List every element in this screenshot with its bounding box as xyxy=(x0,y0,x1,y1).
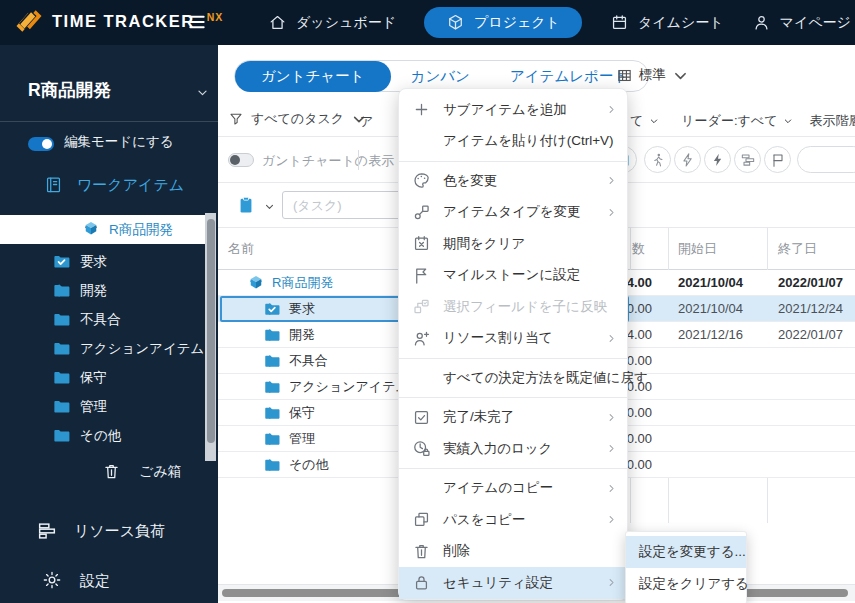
toolbar-flag-button[interactable] xyxy=(764,146,791,173)
menu-item-4[interactable]: アイテムタイプを変更 xyxy=(399,197,627,229)
nav-dashboard-icon xyxy=(268,13,287,32)
toolbar-bolt-f-button[interactable] xyxy=(704,146,731,173)
work-items-icon xyxy=(44,175,63,194)
sidebar-item-trash[interactable]: ごみ箱 xyxy=(0,457,218,487)
row-name: 保守 xyxy=(289,400,315,426)
leader-filter-label[interactable]: リーダー:すべて xyxy=(681,112,777,130)
col-name-header[interactable]: 名前 xyxy=(228,228,254,270)
chevron-right-icon xyxy=(606,443,617,454)
sidebar-tree-item-0[interactable]: 要求 xyxy=(0,247,205,276)
menu-item-7: 選択フィールドを子に反映 xyxy=(399,291,627,323)
menu-item-12[interactable]: 完了/未完了 xyxy=(399,402,627,434)
menu-item-6[interactable]: マイルストーンに設定 xyxy=(399,260,627,292)
brand-name: TIME TRACKER xyxy=(52,12,195,31)
folder-icon xyxy=(52,397,71,416)
menu-item-label: 実績入力のロック xyxy=(443,440,606,458)
folder-icon xyxy=(263,378,281,396)
tree-root-label: R商品開発 xyxy=(109,215,173,244)
hamburger-menu-icon[interactable] xyxy=(186,13,208,31)
edit-mode-toggle[interactable] xyxy=(28,137,54,151)
menu-item-15[interactable]: アイテムのコピー xyxy=(399,473,627,505)
cube-f-icon xyxy=(247,274,265,292)
folder-icon xyxy=(263,352,281,370)
tab-0[interactable]: ガントチャート xyxy=(235,61,391,92)
menu-item-17[interactable]: 削除 xyxy=(399,536,627,568)
tree-item-label: その他 xyxy=(80,421,121,450)
menu-item-5[interactable]: 期間をクリア xyxy=(399,228,627,260)
view-selector[interactable]: 標準 xyxy=(616,66,689,84)
nav-mypage-label: マイページ xyxy=(780,14,851,32)
row-end-date: 2021/12/24 xyxy=(778,296,843,322)
toolbar-layers-button[interactable] xyxy=(734,146,761,173)
menu-item-8[interactable]: リソース割り当て xyxy=(399,323,627,355)
menu-item-18[interactable]: セキュリティ設定 xyxy=(399,567,627,599)
chevron-right-icon xyxy=(606,483,617,494)
sidebar-tree-item-6[interactable]: その他 xyxy=(0,421,205,450)
resource-load-icon xyxy=(36,520,58,542)
item-filter-clipped[interactable]: ア xyxy=(360,113,373,131)
project-cube-icon xyxy=(82,220,100,238)
menu-item-0[interactable]: サブアイテムを追加 xyxy=(399,94,627,126)
chevron-right-icon xyxy=(606,412,617,423)
sidebar-scrollbar-thumb[interactable] xyxy=(207,219,215,443)
toolbar-walk-button[interactable] xyxy=(644,146,671,173)
sidebar-item-resource-load[interactable]: リソース負荷 xyxy=(0,515,218,547)
nav-dashboard[interactable]: ダッシュボード xyxy=(268,13,396,32)
chevron-down-icon[interactable] xyxy=(264,201,275,212)
folder-icon xyxy=(263,404,281,422)
toolbar-bolt-button[interactable] xyxy=(674,146,701,173)
trash-icon xyxy=(102,462,121,481)
lock-icon xyxy=(412,573,431,592)
folder-icon xyxy=(263,430,281,448)
sidebar: R商品開発 編集モードにする ワークアイテム R商品開発 要求開発不具合アクショ… xyxy=(0,45,218,603)
task-filter-label: すべてのタスク xyxy=(251,110,344,128)
hierarchy-filter-label[interactable]: 表示階層: xyxy=(809,112,855,130)
toolbar-partial-control[interactable] xyxy=(797,146,855,173)
menu-item-16[interactable]: パスをコピー xyxy=(399,504,627,536)
nav-mypage[interactable]: マイページ xyxy=(752,13,851,32)
task-clipboard-icon[interactable] xyxy=(236,194,256,216)
sidebar-item-work-items[interactable]: ワークアイテム xyxy=(0,171,218,201)
menu-item-label: 選択フィールドを子に反映 xyxy=(443,298,617,316)
tree-item-label: 保守 xyxy=(80,363,107,392)
item-type-icon xyxy=(412,203,431,222)
task-filter-dropdown[interactable]: すべてのタスク xyxy=(228,110,367,128)
row-name: アクションアイテム xyxy=(289,374,409,400)
sidebar-item-settings[interactable]: 設定 xyxy=(0,565,218,597)
nav-project[interactable]: プロジェクト xyxy=(424,7,582,38)
chevron-down-icon[interactable] xyxy=(196,86,209,99)
sidebar-tree-item-2[interactable]: 不具合 xyxy=(0,305,205,334)
tab-1[interactable]: カンバン xyxy=(391,61,490,92)
nav-timesheet[interactable]: タイムシート xyxy=(610,13,724,32)
tree-item-label: 要求 xyxy=(80,247,107,276)
nav-timesheet-label: タイムシート xyxy=(638,14,724,32)
work-items-label: ワークアイテム xyxy=(77,176,184,195)
menu-item-1[interactable]: アイテムを貼り付け(Ctrl+V) xyxy=(399,126,627,158)
menu-item-10[interactable]: すべての決定方法を既定値に戻す xyxy=(399,362,627,394)
menu-item-3[interactable]: 色を変更 xyxy=(399,165,627,197)
gantt-display-toggle[interactable] xyxy=(228,153,254,167)
col-end-header[interactable]: 終了日 xyxy=(778,228,817,270)
row-name: その他 xyxy=(289,452,329,478)
sidebar-tree-item-3[interactable]: アクションアイテム xyxy=(0,334,205,363)
menu-item-13[interactable]: 実績入力のロック xyxy=(399,433,627,465)
sidebar-tree-root[interactable]: R商品開発 xyxy=(0,215,205,244)
chevron-right-icon xyxy=(606,104,617,115)
col-effort-header[interactable]: 数 xyxy=(632,228,645,270)
status-filter-clipped[interactable]: て xyxy=(630,112,643,130)
brand-mark-icon xyxy=(14,8,44,34)
sidebar-tree-item-4[interactable]: 保守 xyxy=(0,363,205,392)
row-start-date: 2021/10/04 xyxy=(678,270,743,296)
sidebar-tree-item-5[interactable]: 管理 xyxy=(0,392,205,421)
trash-label: ごみ箱 xyxy=(139,463,182,481)
submenu-item-0[interactable]: 設定を変更する... xyxy=(626,536,746,568)
sidebar-scrollbar[interactable] xyxy=(205,213,216,461)
menu-item-label: 完了/未完了 xyxy=(443,408,606,426)
col-start-header[interactable]: 開始日 xyxy=(678,228,717,270)
submenu-item-1[interactable]: 設定をクリアする xyxy=(626,568,746,600)
chevron-down-icon xyxy=(783,116,793,126)
sidebar-tree-item-1[interactable]: 開発 xyxy=(0,276,205,305)
flag-icon xyxy=(770,152,786,168)
top-bar: TIME TRACKER NX ダッシュボードプロジェクトタイムシートマイページ xyxy=(0,0,855,45)
row-name: 要求 xyxy=(289,296,315,322)
